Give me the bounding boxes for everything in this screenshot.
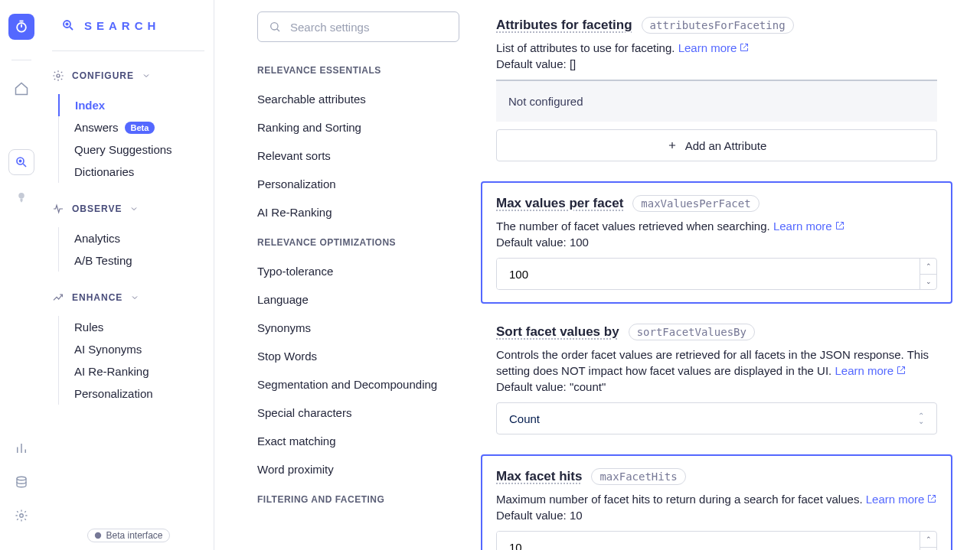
settings-link-personalization[interactable]: Personalization — [257, 171, 461, 200]
app-logo[interactable] — [8, 14, 34, 40]
external-link-icon — [927, 494, 936, 503]
beta-interface-pill[interactable]: Beta interface — [87, 529, 169, 542]
add-attribute-button[interactable]: Add an Attribute — [496, 129, 937, 161]
nav-item-rules[interactable]: Rules — [59, 316, 214, 338]
setting-code: sortFacetValuesBy — [629, 324, 755, 340]
max-values-input-wrapper: ⌃ ⌄ — [496, 258, 937, 290]
nav-item-ab-testing[interactable]: A/B Testing — [59, 249, 214, 272]
settings-nav: RELEVANCE ESSENTIALS Searchable attribut… — [237, 0, 469, 550]
search-settings-input[interactable] — [290, 21, 448, 34]
nav-item-analytics[interactable]: Analytics — [59, 227, 214, 249]
nav-item-ai-reranking[interactable]: AI Re-Ranking — [59, 360, 214, 382]
settings-link-word-proximity[interactable]: Word proximity — [257, 457, 461, 485]
learn-more-link[interactable]: Learn more — [773, 220, 844, 233]
icon-rail — [0, 0, 43, 550]
step-up-icon[interactable]: ⌃ — [920, 532, 936, 548]
setting-desc: List of attributes to use for faceting. … — [496, 40, 937, 56]
nav-item-label: Personalization — [74, 387, 153, 400]
nav-item-answers[interactable]: Answers Beta — [59, 116, 214, 138]
nav-item-label: Analytics — [74, 232, 120, 245]
beta-badge: Beta — [125, 122, 155, 134]
default-value: Default value: 10 — [496, 509, 937, 522]
learn-more-link[interactable]: Learn more — [866, 493, 937, 506]
settings-link-stop-words[interactable]: Stop Words — [257, 343, 461, 372]
step-down-icon[interactable]: ⌄ — [920, 275, 936, 290]
chevron-down-icon — [130, 293, 139, 302]
sidebar: SEARCH CONFIGURE Index Answers Beta Quer… — [43, 0, 214, 550]
plus-icon — [667, 140, 678, 151]
home-icon[interactable] — [8, 76, 34, 102]
learn-more-link[interactable]: Learn more — [678, 41, 750, 54]
nav-section-configure[interactable]: CONFIGURE — [43, 65, 214, 86]
select-value: Count — [509, 412, 540, 425]
nav-item-index[interactable]: Index — [58, 94, 214, 116]
max-facet-hits-input-wrapper: ⌃ ⌄ — [496, 531, 937, 550]
step-up-icon[interactable]: ⌃ — [920, 259, 936, 275]
nav-item-label: AI Synonyms — [74, 343, 142, 356]
sort-facet-select[interactable]: Count ⌃⌄ — [496, 402, 937, 434]
learn-more-link[interactable]: Learn more — [835, 364, 906, 377]
settings-link-typo[interactable]: Typo-tolerance — [257, 259, 461, 287]
default-value: Default value: [] — [496, 57, 937, 70]
database-icon[interactable] — [8, 469, 34, 495]
settings-icon[interactable] — [8, 503, 34, 529]
settings-link-ai-reranking[interactable]: AI Re-Ranking — [257, 200, 461, 228]
svg-point-5 — [20, 514, 24, 518]
external-link-icon — [740, 43, 749, 52]
nav-item-ai-synonyms[interactable]: AI Synonyms — [59, 338, 214, 360]
pulse-icon — [52, 203, 64, 215]
external-link-icon — [897, 366, 906, 375]
nav-item-label: Query Suggestions — [74, 143, 172, 156]
analytics-icon[interactable] — [8, 435, 34, 461]
settings-group-title: FILTERING AND FACETING — [257, 494, 461, 505]
chevron-down-icon — [142, 71, 151, 80]
settings-link-ranking-sorting[interactable]: Ranking and Sorting — [257, 115, 461, 143]
setting-max-values-per-facet: Max values per facet maxValuesPerFacet T… — [481, 181, 952, 304]
max-facet-hits-input[interactable] — [497, 532, 920, 550]
search-app-icon[interactable] — [8, 149, 34, 175]
setting-desc: Maximum number of facet hits to return d… — [496, 491, 937, 507]
setting-desc: The number of facet values retrieved whe… — [496, 218, 937, 234]
setting-title: Sort facet values by — [496, 324, 619, 340]
settings-link-relevant-sorts[interactable]: Relevant sorts — [257, 143, 461, 171]
nav-item-dictionaries[interactable]: Dictionaries — [59, 161, 214, 183]
setting-code: maxValuesPerFacet — [632, 195, 759, 212]
nav-section-enhance[interactable]: ENHANCE — [43, 287, 214, 308]
nav-item-label: Rules — [74, 321, 103, 334]
search-settings-box[interactable] — [257, 11, 459, 42]
gear-icon — [52, 70, 64, 82]
settings-group-title: RELEVANCE ESSENTIALS — [257, 65, 461, 76]
main-content: Attributes for faceting attributesForFac… — [481, 0, 952, 550]
nav-item-query-suggestions[interactable]: Query Suggestions — [59, 138, 214, 161]
default-value: Default value: 100 — [496, 236, 937, 249]
svg-point-10 — [271, 23, 278, 30]
nav-item-label: A/B Testing — [74, 254, 132, 267]
max-values-input[interactable] — [497, 259, 920, 289]
nav-section-observe[interactable]: OBSERVE — [43, 198, 214, 220]
settings-link-language[interactable]: Language — [257, 287, 461, 315]
setting-title: Max facet hits — [496, 469, 582, 484]
settings-link-synonyms[interactable]: Synonyms — [257, 315, 461, 343]
trend-icon — [52, 291, 64, 304]
settings-link-exact-matching[interactable]: Exact matching — [257, 428, 461, 457]
settings-link-segmentation[interactable]: Segmentation and Decompounding — [257, 372, 461, 400]
svg-point-8 — [57, 74, 60, 77]
setting-desc: Controls the order facet values are retr… — [496, 347, 937, 379]
setting-title: Attributes for faceting — [496, 18, 632, 33]
external-link-icon — [835, 221, 844, 230]
step-down-icon[interactable]: ⌄ — [920, 548, 936, 551]
search-icon — [269, 21, 281, 33]
number-stepper: ⌃ ⌄ — [920, 259, 936, 289]
add-attribute-label: Add an Attribute — [685, 139, 767, 152]
nav-item-personalization[interactable]: Personalization — [59, 382, 214, 405]
recommend-icon[interactable] — [8, 184, 34, 210]
settings-group-title: RELEVANCE OPTIMIZATIONS — [257, 237, 461, 248]
setting-code: attributesForFaceting — [642, 17, 794, 34]
settings-link-special-chars[interactable]: Special characters — [257, 400, 461, 428]
svg-point-4 — [17, 477, 26, 480]
settings-link-searchable-attributes[interactable]: Searchable attributes — [257, 86, 461, 115]
svg-point-2 — [19, 160, 21, 161]
not-configured-banner: Not configured — [496, 80, 937, 122]
nav-item-label: AI Re-Ranking — [74, 365, 149, 378]
setting-max-facet-hits: Max facet hits maxFacetHits Maximum numb… — [481, 454, 952, 550]
